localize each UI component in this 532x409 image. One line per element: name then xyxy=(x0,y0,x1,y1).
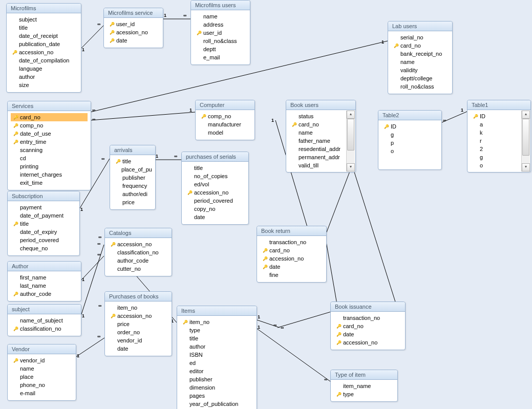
table-table2[interactable]: Table2 🔑IDgpo xyxy=(378,110,442,170)
field-row[interactable]: item_no xyxy=(108,304,168,312)
field-row[interactable]: first_name xyxy=(11,273,78,282)
field-row[interactable]: resedential_addr xyxy=(289,145,352,153)
field-row[interactable]: 🔑comp_no xyxy=(199,112,251,120)
field-row[interactable]: subject xyxy=(10,15,78,24)
field-row[interactable]: transaction_no xyxy=(260,238,323,246)
field-row[interactable]: bank_receipt_no xyxy=(391,50,449,58)
field-row[interactable]: payment xyxy=(11,203,76,211)
field-row[interactable]: date_of_expiry xyxy=(11,228,76,236)
table-arrivals[interactable]: arrivals 🔑titleplace_of_pupublisherfrequ… xyxy=(110,145,156,210)
scroll-thumb[interactable] xyxy=(347,119,354,150)
table-items[interactable]: Items 🔑item_notypetitleauthorISBNededito… xyxy=(177,306,257,409)
field-row[interactable]: ed/vol xyxy=(185,180,245,188)
field-row[interactable]: author_code xyxy=(108,256,168,265)
field-row[interactable]: e-mail xyxy=(11,389,73,397)
field-row[interactable]: k xyxy=(471,128,527,137)
field-row[interactable]: name xyxy=(391,58,449,66)
field-row[interactable]: address xyxy=(194,20,247,29)
field-row[interactable]: date xyxy=(185,213,245,221)
field-row[interactable]: vendor_id xyxy=(108,336,168,345)
table-microfilms[interactable]: Microfilms subjecttitledate_of_receiptpu… xyxy=(6,3,81,93)
field-row[interactable]: 🔑entry_time xyxy=(11,138,88,146)
field-row[interactable]: 🔑item_no xyxy=(180,318,253,326)
field-row[interactable]: permanent_addr xyxy=(289,153,352,161)
field-row[interactable]: status xyxy=(289,112,352,120)
scrollbar[interactable]: ▴ ▾ xyxy=(521,111,530,171)
table-microfilms-service[interactable]: Microfilms service 🔑user_id🔑acession_no🔑… xyxy=(103,8,163,48)
field-row[interactable]: 🔑accession_no xyxy=(10,48,78,56)
field-row[interactable]: 🔑date xyxy=(334,330,402,338)
field-row[interactable]: 🔑vendor_id xyxy=(11,356,73,364)
field-row[interactable]: 🔑title xyxy=(11,220,76,228)
table-lab-users[interactable]: Lab users serial_no🔑card_nobank_receipt_… xyxy=(388,21,453,94)
field-row[interactable]: author xyxy=(180,342,253,351)
field-row[interactable]: 🔑accession_no xyxy=(185,188,245,197)
field-row[interactable]: pages xyxy=(180,392,253,400)
field-row[interactable]: author/edi xyxy=(113,190,152,198)
field-row[interactable]: name xyxy=(194,12,247,20)
table-vendor[interactable]: Vendor 🔑vendor_idnameplacephone_noe-mail xyxy=(7,344,76,401)
field-row[interactable]: year_of_publication xyxy=(180,400,253,408)
table-subject[interactable]: subject name_of_subject🔑classification_n… xyxy=(7,304,81,336)
field-row[interactable]: classification_no xyxy=(108,248,168,256)
field-row[interactable]: name xyxy=(289,128,352,137)
table-computer[interactable]: Computer 🔑comp_nomanufacturermodel xyxy=(195,100,255,140)
field-row[interactable]: internet_charges xyxy=(11,170,88,179)
field-row[interactable]: title xyxy=(185,164,245,172)
table-type-of-item[interactable]: Type of item item_name🔑type xyxy=(330,370,398,402)
field-row[interactable]: cd xyxy=(11,154,88,162)
field-row[interactable]: e_mail xyxy=(194,53,247,61)
table-book-users[interactable]: Book users status🔑card_nonamefather_name… xyxy=(286,100,356,173)
field-row[interactable]: 🔑accession_no xyxy=(260,254,323,263)
field-row[interactable]: p xyxy=(381,139,438,147)
field-row[interactable]: roll_no&class xyxy=(391,82,449,91)
field-row[interactable]: price xyxy=(113,198,152,206)
field-row[interactable]: 🔑user_id xyxy=(194,29,247,37)
field-row[interactable]: date_of_receipt xyxy=(10,32,78,40)
field-row[interactable]: g xyxy=(471,153,527,161)
field-row[interactable]: 🔑accession_no xyxy=(108,240,168,248)
field-row[interactable]: 🔑accession_no xyxy=(334,338,402,347)
field-row[interactable]: date xyxy=(108,345,168,353)
field-row[interactable]: publication_date xyxy=(10,40,78,48)
field-row[interactable]: 🔑card_no xyxy=(11,113,88,121)
scroll-thumb[interactable] xyxy=(522,119,529,156)
field-row[interactable]: copy_no xyxy=(185,205,245,213)
field-row[interactable]: 2 xyxy=(471,145,527,153)
table-purchases-serials[interactable]: purchases of serials titleno_of_copiesed… xyxy=(181,152,249,225)
field-row[interactable]: deptt xyxy=(194,45,247,53)
field-row[interactable]: dimension xyxy=(180,383,253,392)
field-row[interactable]: name_of_subject xyxy=(11,316,78,325)
field-row[interactable]: valid_till xyxy=(289,161,352,169)
table-book-issuance[interactable]: Book issuance transaction_no🔑card_no🔑dat… xyxy=(330,302,406,350)
field-row[interactable]: 🔑accession_no xyxy=(108,312,168,320)
field-row[interactable]: 🔑card_no xyxy=(289,120,352,128)
field-row[interactable]: r xyxy=(471,137,527,145)
field-row[interactable]: 🔑classification_no xyxy=(11,325,78,333)
field-row[interactable]: cheque_no xyxy=(11,244,76,252)
field-row[interactable]: model xyxy=(199,128,251,137)
field-row[interactable]: period_covered xyxy=(185,197,245,205)
field-row[interactable]: 🔑card_no xyxy=(391,41,449,50)
field-row[interactable]: scanning xyxy=(11,146,88,154)
field-row[interactable]: a xyxy=(471,120,527,128)
field-row[interactable]: no_of_copies xyxy=(185,172,245,180)
field-row[interactable]: order_no xyxy=(108,328,168,336)
field-row[interactable]: exit_time xyxy=(11,179,88,187)
field-row[interactable]: 🔑date_of_use xyxy=(11,130,88,138)
table-purchases-books[interactable]: Purchases of books item_no🔑accession_nop… xyxy=(104,291,172,356)
scroll-up-button[interactable]: ▴ xyxy=(347,111,355,119)
field-row[interactable]: publisher xyxy=(113,174,152,182)
field-row[interactable]: manufacturer xyxy=(199,120,251,128)
field-row[interactable]: ISBN xyxy=(180,351,253,359)
field-row[interactable]: title xyxy=(10,24,78,32)
field-row[interactable]: name xyxy=(11,364,73,373)
field-row[interactable]: 🔑ID xyxy=(381,122,438,131)
field-row[interactable]: 🔑title xyxy=(113,157,152,165)
table-book-return[interactable]: Book return transaction_no🔑card_no🔑acces… xyxy=(257,226,327,283)
field-row[interactable]: transaction_no xyxy=(334,314,402,322)
field-row[interactable]: printing xyxy=(11,162,88,170)
field-row[interactable]: deptt/college xyxy=(391,74,449,82)
field-row[interactable]: last_name xyxy=(11,282,78,290)
field-row[interactable]: 🔑date xyxy=(260,263,323,271)
